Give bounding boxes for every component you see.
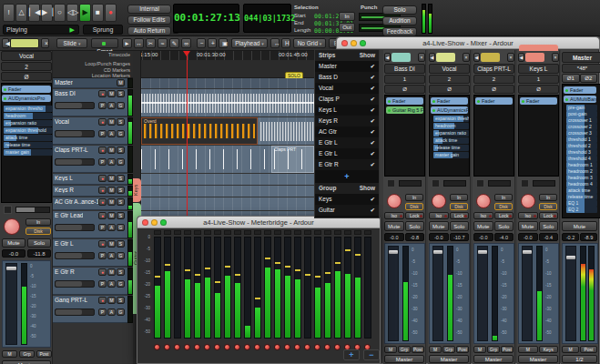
lock-button[interactable]: Lock (539, 212, 559, 219)
solo-button[interactable]: S (117, 297, 125, 304)
monitor-disk-button[interactable]: Disk (405, 203, 423, 210)
record-enable-button[interactable] (224, 344, 230, 350)
stretch-tool-button[interactable]: ≈ (158, 38, 168, 48)
visible-check-icon[interactable]: ✔ (371, 194, 375, 205)
group-tab-keys[interactable]: Keys (133, 178, 141, 202)
gain-slider[interactable] (55, 102, 95, 109)
gain-fader[interactable] (477, 246, 488, 341)
solo-button[interactable]: Solo (382, 5, 417, 15)
processor-fader[interactable]: Fader (386, 97, 423, 105)
mute-button[interactable]: M (107, 240, 116, 248)
strip-input-button[interactable]: 2 (473, 75, 514, 84)
record-enable-button[interactable] (164, 344, 170, 350)
region-overdub[interactable]: Overd (141, 117, 258, 145)
group-button[interactable]: G (117, 130, 125, 137)
record-enable-button[interactable]: ● (98, 175, 107, 182)
range-tool-button[interactable]: ↔ (134, 38, 144, 48)
param-crossover-3[interactable]: crossover 3 (566, 130, 597, 136)
peak-display[interactable]: -0.8 (405, 233, 425, 241)
iso-button[interactable]: Iso (473, 212, 493, 219)
peak-display[interactable]: -11.8 (27, 249, 51, 258)
param-headroom-1[interactable]: headroom 1 (566, 162, 597, 168)
gain-slider[interactable] (55, 308, 95, 316)
pan-slider[interactable] (15, 207, 50, 213)
strip-name-button[interactable]: Bass DI (384, 64, 425, 74)
strip-list-item-keys-l[interactable]: Keys L✔ (315, 105, 379, 116)
strip-grp-button[interactable]: Grp (398, 346, 411, 353)
param-attack-time[interactable]: attack time (566, 187, 597, 194)
automation-button[interactable]: A (107, 280, 116, 288)
record-enable-button[interactable]: ● (98, 198, 107, 206)
mute-button[interactable]: M (107, 118, 116, 126)
playlist-button[interactable]: P (98, 280, 107, 288)
solo-button[interactable]: Solo (539, 221, 559, 231)
ruler-label-1[interactable]: Timecode (44, 52, 130, 57)
record-enable-button[interactable] (154, 344, 160, 350)
solo-button[interactable]: S (117, 187, 125, 194)
playlist-button[interactable]: P (98, 102, 107, 109)
strip-close-icon[interactable]: × (463, 53, 470, 62)
iso-button[interactable]: Iso (384, 212, 404, 219)
zoom-in-button[interactable]: + (343, 349, 360, 360)
param-crossover-2[interactable]: crossover 2 (566, 124, 597, 130)
record-enable-button[interactable] (387, 194, 402, 208)
playlist-button[interactable]: P (98, 158, 107, 166)
pan-widget[interactable] (521, 179, 529, 187)
mute-button[interactable]: M (117, 79, 125, 86)
pan-slider[interactable] (533, 180, 555, 187)
mute-button[interactable]: M (107, 175, 116, 182)
strip-phase-button[interactable]: Ø (473, 85, 514, 94)
record-enable-button[interactable]: ● (98, 297, 107, 304)
strip-list-item-e-gtr-l[interactable]: E Gtr L✔ (315, 148, 379, 159)
group-button[interactable]: G (117, 102, 125, 109)
strip-input-button[interactable]: 2 (429, 75, 470, 84)
solo-button[interactable]: Solo (494, 221, 514, 231)
processor-box[interactable]: Fader (473, 95, 514, 177)
phase-1-button[interactable]: Ø1 (562, 74, 580, 83)
strip-input-button[interactable]: 2 (1, 62, 52, 71)
edit-mode-dropdown[interactable]: Slide ▾ (56, 38, 87, 48)
auto-return-button[interactable]: Auto Return (127, 26, 171, 35)
playlist-button[interactable]: P (98, 252, 107, 259)
solo-button[interactable]: Solo (450, 221, 470, 231)
primary-clock[interactable]: 00:01:27:13 (173, 4, 239, 33)
ruler-label-2[interactable]: Loop/Punch Ranges (44, 61, 130, 66)
metronome-button[interactable]: △ (15, 4, 27, 22)
param-attack-time[interactable]: attack time (433, 137, 469, 144)
gain-slider[interactable] (55, 158, 95, 166)
zoom-fit-button[interactable]: ▣ (219, 38, 228, 48)
record-enable-button[interactable]: ● (98, 212, 107, 219)
param-threshold-4[interactable]: threshold 4 (566, 156, 597, 162)
processor-box[interactable]: FaderGuitar Rig 5 FX (384, 95, 425, 177)
peak-display[interactable]: -4.0 (494, 233, 514, 241)
monitor-input-button[interactable]: In (405, 194, 423, 201)
strip-m-button[interactable]: M (473, 346, 486, 353)
strip-list-item-bass-d[interactable]: Bass D✔ (315, 72, 379, 83)
record-enable-button[interactable] (264, 344, 270, 350)
mute-button[interactable]: M (107, 198, 116, 206)
gain-display[interactable]: -0.0 (473, 233, 493, 241)
record-enable-button[interactable] (314, 344, 320, 350)
strip-name-button[interactable]: Vocal (1, 51, 52, 61)
automation-button[interactable]: A (107, 308, 116, 316)
processor-fader[interactable]: Fader (564, 86, 596, 94)
strip-nav-icon[interactable]: ◀ (384, 53, 391, 62)
record-enable-button[interactable]: ● (98, 187, 107, 194)
mute-button[interactable]: M (107, 147, 116, 154)
mixer-group-tab[interactable] (519, 45, 558, 51)
phase-2-button[interactable]: Ø2 (580, 74, 598, 83)
record-enable-button[interactable] (184, 344, 190, 350)
strip-color-swatch[interactable] (436, 53, 455, 62)
punch-out-button[interactable]: Out (339, 23, 355, 32)
play-button[interactable]: ▶ (79, 4, 91, 22)
fit-tracks-icon[interactable]: ↔ (270, 38, 280, 48)
draw-tool-button[interactable]: ✎ (169, 38, 179, 48)
param-expansion-ratio[interactable]: expansion ratio (4, 120, 53, 126)
param-headroom[interactable]: headroom (4, 113, 53, 119)
param-expansion-thresho[interactable]: expansion thresho (433, 116, 469, 122)
mute-button[interactable]: M (107, 212, 116, 219)
record-enable-button[interactable] (274, 344, 280, 350)
record-enable-button[interactable] (204, 344, 210, 350)
record-enable-button[interactable] (334, 344, 341, 350)
monitor-input-button[interactable]: In (450, 194, 468, 201)
